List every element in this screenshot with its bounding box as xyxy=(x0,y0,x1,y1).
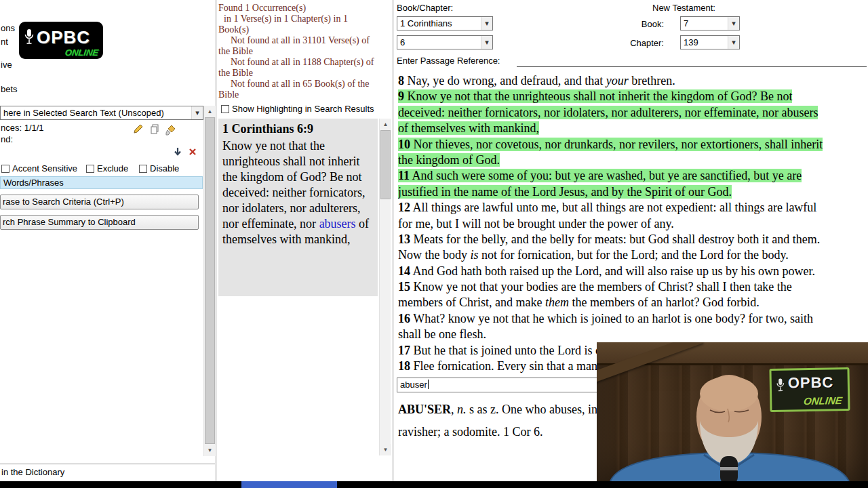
scrollbar-thumb[interactable] xyxy=(380,130,391,199)
add-phrase-button[interactable]: rase to Search Criteria (Ctrl+P) xyxy=(0,195,199,209)
checkbox-box[interactable] xyxy=(86,165,94,173)
dictionary-search-value: abuser xyxy=(400,380,427,390)
move-down-icon[interactable] xyxy=(172,146,184,158)
exclude-checkbox[interactable]: Exclude xyxy=(86,163,128,174)
book-number-value: 7 xyxy=(684,18,688,28)
clean-icon[interactable] xyxy=(165,125,177,136)
delete-icon[interactable] xyxy=(187,146,199,158)
results-scrollbar[interactable]: ▲ ▼ xyxy=(379,119,391,455)
passage-reference-label: Enter Passage Reference: xyxy=(397,56,500,66)
stat-line: in 1 Verse(s) in 1 Chapter(s) in 1 Book(… xyxy=(218,14,377,35)
presenter xyxy=(597,342,868,481)
book-number-select[interactable]: 7 ▾ xyxy=(680,16,740,30)
scroll-down-icon[interactable]: ▼ xyxy=(204,445,216,456)
scrollbar-thumb[interactable] xyxy=(205,117,215,444)
copy-icon[interactable] xyxy=(149,123,161,135)
result-reference[interactable]: 1 Corinthians 6:9 xyxy=(222,121,374,137)
copy-summary-button[interactable]: rch Phrase Summary to Clipboard xyxy=(0,215,199,230)
result-verse-text: Know ye not that the unrighteous shall n… xyxy=(222,138,374,247)
book-name-value: 1 Corinthians xyxy=(400,18,452,28)
sidebar-item[interactable]: bets xyxy=(1,84,18,94)
bible-text[interactable]: 8 Nay, ye do wrong, and defraud, and tha… xyxy=(398,73,868,378)
sidebar-item[interactable]: ive xyxy=(1,60,12,70)
search-result-card[interactable]: 1 Corinthians 6:9 Know ye not that the u… xyxy=(218,119,378,296)
edit-icon[interactable] xyxy=(133,123,144,135)
stat-line: Found 1 Occurrence(s) xyxy=(218,3,377,14)
book-name-select[interactable]: 1 Corinthians ▾ xyxy=(397,16,493,30)
chapter-select[interactable]: 6 ▾ xyxy=(397,35,493,49)
search-stats: Found 1 Occurrence(s) in 1 Verse(s) in 1… xyxy=(218,3,377,100)
passage-reference-input[interactable] xyxy=(517,56,867,67)
chevron-down-icon[interactable]: ▾ xyxy=(481,17,492,30)
checkbox-box[interactable] xyxy=(1,165,9,173)
scroll-down-icon[interactable]: ▼ xyxy=(380,444,391,455)
checkbox-label: Show Highlighting in Search Results xyxy=(232,104,374,114)
chapter-value: 6 xyxy=(400,37,405,47)
find-label: nd: xyxy=(1,134,13,144)
checkbox-label: Accent Sensitive xyxy=(12,163,77,174)
search-scope-value: here in Selected Search Text (Unscoped) xyxy=(3,108,164,118)
disable-checkbox[interactable]: Disable xyxy=(139,163,179,174)
chevron-down-icon[interactable]: ▾ xyxy=(481,36,492,49)
chevron-down-icon[interactable]: ▾ xyxy=(728,17,739,30)
sidebar-item[interactable]: ons xyxy=(1,23,15,33)
webcam-overlay: OPBC ONLINE xyxy=(597,342,868,481)
new-testament-label: New Testament: xyxy=(652,3,715,13)
status-divider xyxy=(0,464,215,464)
chapter-number-label: Chapter: xyxy=(618,38,664,48)
stat-line: Not found at all in 31101 Verse(s) of th… xyxy=(218,35,377,57)
sidebar-item[interactable]: nt xyxy=(1,37,8,47)
search-results-panel: Found 1 Occurrence(s) in 1 Verse(s) in 1… xyxy=(217,0,392,481)
video-progress-bar[interactable] xyxy=(0,481,868,488)
logo-sub-text: ONLINE xyxy=(64,47,99,58)
scroll-up-icon[interactable]: ▲ xyxy=(204,106,216,117)
opbc-online-logo: OPBC ONLINE xyxy=(19,22,103,59)
search-tools-panel: ons nt ive bets OPBC ONLINE here in Sele… xyxy=(0,0,215,481)
chapter-number-select[interactable]: 139 ▾ xyxy=(680,35,740,49)
book-chapter-label: Book/Chapter: xyxy=(397,3,453,13)
words-phrases-section-header[interactable]: Words/Phrases xyxy=(0,176,203,189)
dictionary-hint-status: in the Dictionary xyxy=(1,467,64,477)
checkbox-label: Exclude xyxy=(97,163,128,174)
stat-line: Not found at all in 1188 Chapter(s) of t… xyxy=(218,57,377,79)
chevron-down-icon[interactable]: ▾ xyxy=(191,106,203,119)
microphone-icon xyxy=(24,28,34,46)
book-number-label: Book: xyxy=(625,19,664,29)
accent-sensitive-checkbox[interactable]: Accent Sensitive xyxy=(1,163,77,174)
scroll-up-icon[interactable]: ▲ xyxy=(380,119,391,130)
text-cursor xyxy=(428,380,429,389)
chevron-down-icon[interactable]: ▾ xyxy=(728,36,739,49)
checkbox-label: Disable xyxy=(150,163,179,174)
search-scope-select[interactable]: here in Selected Search Text (Unscoped) … xyxy=(0,106,203,120)
left-panel-scrollbar[interactable]: ▲ ▼ xyxy=(203,106,215,456)
progress-segment xyxy=(241,481,337,488)
checkbox-box[interactable] xyxy=(221,105,229,113)
checkbox-box[interactable] xyxy=(139,165,147,173)
stat-line: Not found at all in 65 Book(s) of the Bi… xyxy=(218,79,377,100)
logo-brand-text: OPBC xyxy=(37,27,90,48)
occurrences-label: nces: 1/1/1 xyxy=(1,123,44,133)
show-highlighting-checkbox[interactable]: Show Highlighting in Search Results xyxy=(221,104,374,114)
chapter-number-value: 139 xyxy=(684,37,698,47)
